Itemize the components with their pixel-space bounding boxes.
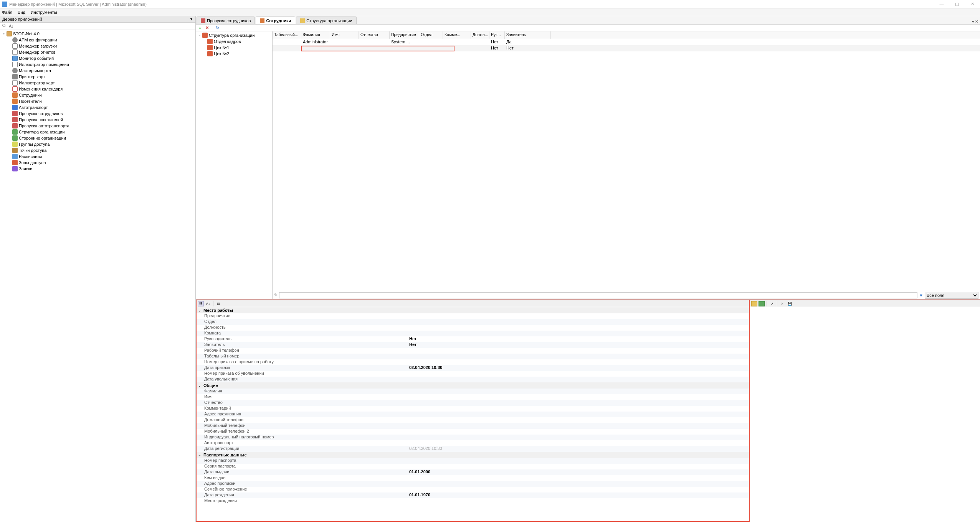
photo-icon[interactable] [751, 301, 757, 306]
tree-item[interactable]: Мастер импорта [0, 68, 195, 74]
property-category[interactable]: ⌄Место работы [197, 307, 749, 313]
property-row[interactable]: Рабочий телефон [197, 348, 749, 354]
column-header[interactable]: Рук... [489, 31, 505, 39]
tree-item[interactable]: Сторонние организации [0, 135, 195, 141]
property-value[interactable] [408, 400, 749, 406]
sort-button[interactable]: A↓ [205, 301, 211, 306]
property-row[interactable]: Автотранспорт [197, 440, 749, 446]
property-row[interactable]: Комната [197, 331, 749, 336]
property-value[interactable] [408, 435, 749, 440]
menu-file[interactable]: Файл [2, 10, 12, 15]
property-value[interactable]: Нет [408, 336, 749, 342]
property-row[interactable]: Дата увольнения [197, 377, 749, 382]
property-row[interactable]: Комментарий [197, 406, 749, 412]
column-header[interactable]: Имя [330, 31, 359, 39]
property-value[interactable] [408, 412, 749, 417]
property-value[interactable]: Нет [408, 342, 749, 348]
maximize-button[interactable]: ▢ [949, 0, 965, 8]
filter-input[interactable] [279, 292, 917, 298]
tree-item[interactable]: Иллюстратор помещения [0, 61, 195, 68]
property-list[interactable]: ⌄Место работыПредприятиеОтделДолжностьКо… [197, 307, 749, 521]
tree-item[interactable]: Изменения календаря [0, 86, 195, 92]
tree-item[interactable]: Точки доступа [0, 147, 195, 153]
property-value[interactable] [408, 498, 749, 504]
property-value[interactable] [408, 487, 749, 492]
column-header[interactable]: Комме... [443, 31, 471, 39]
tree-root[interactable]: ▫ STOP-Net 4.0 [0, 31, 195, 37]
property-value[interactable] [408, 481, 749, 487]
refresh-button[interactable]: ↻ [215, 25, 220, 31]
remove-button[interactable]: ✕ [779, 301, 785, 306]
filter-clear-icon[interactable]: ✎ [274, 293, 278, 298]
expander-icon[interactable]: ▫ [2, 31, 6, 36]
property-value[interactable] [408, 331, 749, 336]
tree-item[interactable]: Структура организации [0, 129, 195, 135]
property-value[interactable] [408, 354, 749, 359]
property-row[interactable]: Имя [197, 394, 749, 400]
tree-item[interactable]: Менеджер загрузки [0, 43, 195, 49]
property-value[interactable] [408, 458, 749, 464]
sidebar-dropdown-icon[interactable]: ▼ [190, 17, 193, 21]
tree-item[interactable]: Пропуска сотрудников [0, 110, 195, 117]
property-row[interactable]: Должность [197, 325, 749, 331]
property-row[interactable]: Дата рождения01.01.1970 [197, 492, 749, 498]
property-value[interactable] [408, 377, 749, 382]
property-value[interactable]: 02.04.2020 10:30 [408, 365, 749, 371]
property-row[interactable]: Предприятие [197, 313, 749, 319]
tabbar-close-icon[interactable]: ✕ [975, 19, 978, 24]
tab-propuska[interactable]: Пропуска сотрудников [197, 16, 255, 24]
minimize-button[interactable]: — [934, 0, 949, 8]
tree-item[interactable]: Менеджер отчетов [0, 49, 195, 55]
property-value[interactable] [408, 394, 749, 400]
org-root[interactable]: ▫ Структура организации [196, 32, 272, 38]
property-value[interactable] [408, 371, 749, 377]
column-header[interactable]: Фамилия [301, 31, 330, 39]
property-row[interactable]: Дата регистрации02.04.2020 10:30 [197, 446, 749, 452]
grid-body[interactable]: AdministratorSystem ...НетДаНетНет [273, 39, 980, 291]
property-row[interactable]: Адрес прописки [197, 481, 749, 487]
tree-item[interactable]: Сотрудники [0, 92, 195, 98]
tree-item[interactable]: Принтер карт [0, 74, 195, 80]
property-row[interactable]: ЗаявительНет [197, 342, 749, 348]
search-input[interactable] [9, 24, 193, 28]
open-button[interactable] [759, 301, 765, 306]
property-value[interactable] [408, 429, 749, 435]
org-item[interactable]: Цех №2 [196, 51, 272, 57]
tree-item[interactable]: Иллюстратор карт [0, 80, 195, 86]
tab-struktura[interactable]: Структура организации [296, 16, 356, 24]
property-row[interactable]: Дата выдачи01.01.2000 [197, 469, 749, 475]
tree-item[interactable]: Расписания [0, 153, 195, 160]
column-header[interactable]: Отчество [359, 31, 390, 39]
property-category[interactable]: ⌄Паспортные данные [197, 452, 749, 458]
property-value[interactable] [408, 325, 749, 331]
column-header[interactable]: Табельный... [273, 31, 301, 39]
tree-item[interactable]: Посетители [0, 98, 195, 104]
property-row[interactable]: Мобильный телефон [197, 423, 749, 429]
tabbar-menu-icon[interactable]: ▾ [972, 19, 974, 24]
menu-tools[interactable]: Инструменты [31, 10, 57, 15]
delete-button[interactable]: ✕ [204, 25, 210, 31]
property-value[interactable] [408, 464, 749, 469]
export-button[interactable]: ↗ [769, 301, 775, 306]
property-value[interactable] [408, 319, 749, 325]
table-row[interactable]: AdministratorSystem ...НетДа [273, 39, 980, 45]
close-button[interactable]: ✕ [965, 0, 980, 8]
filter-funnel-icon[interactable]: ▼ [919, 293, 923, 298]
property-row[interactable]: Кем выдан [197, 475, 749, 481]
property-row[interactable]: Мобильный телефон 2 [197, 429, 749, 435]
property-row[interactable]: Фамилия [197, 389, 749, 394]
tree-item[interactable]: Зоны доступа [0, 160, 195, 166]
save-button[interactable]: 💾 [787, 301, 793, 306]
org-item[interactable]: Отдел кадров [196, 38, 272, 44]
property-value[interactable] [408, 389, 749, 394]
org-item[interactable]: Цех №1 [196, 44, 272, 51]
property-row[interactable]: Номер паспорта [197, 458, 749, 464]
property-value[interactable]: 01.01.1970 [408, 492, 749, 498]
tree-item[interactable]: Автотранспорт [0, 104, 195, 110]
property-category[interactable]: ⌄Общие [197, 382, 749, 389]
property-row[interactable]: Номер приказа о приеме на работу [197, 359, 749, 365]
column-header[interactable]: Отдел [419, 31, 443, 39]
property-row[interactable]: Отдел [197, 319, 749, 325]
property-value[interactable] [408, 348, 749, 354]
tab-sotrudniki[interactable]: Сотрудники [256, 16, 295, 24]
